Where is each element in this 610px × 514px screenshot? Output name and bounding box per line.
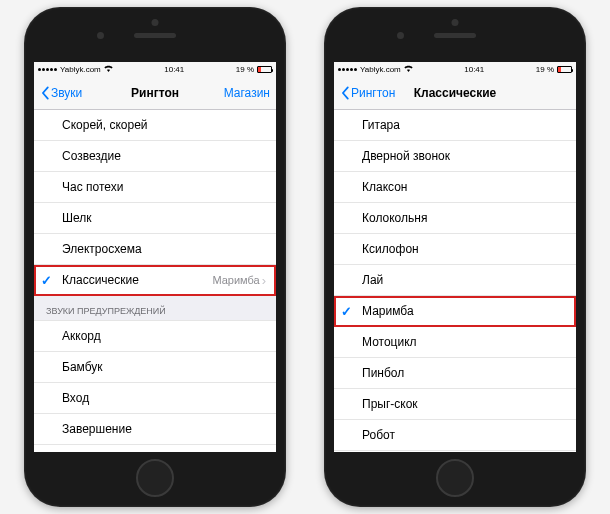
speaker	[134, 33, 176, 38]
list-item[interactable]: Дверной звонок	[334, 141, 576, 172]
item-label: Шелк	[62, 211, 92, 225]
list-item[interactable]: Час потехи	[34, 172, 276, 203]
list-item[interactable]: Ксилофон	[334, 234, 576, 265]
screen-left: Yablyk.com 10:41 19 % Звуки Рингтон Мага…	[34, 62, 276, 452]
item-label: Дверной звонок	[362, 149, 450, 163]
battery-pct: 19 %	[236, 65, 254, 74]
nav-bar: Рингтон Классические	[334, 77, 576, 110]
list-item[interactable]: Вход	[34, 383, 276, 414]
list-item[interactable]: Лай	[334, 265, 576, 296]
list-item[interactable]: Завершение	[34, 414, 276, 445]
time-label: 10:41	[164, 65, 184, 74]
nav-bar: Звуки Рингтон Магазин	[34, 77, 276, 110]
list-item[interactable]: ✓Маримба	[334, 296, 576, 327]
carrier-label: Yablyk.com	[60, 65, 101, 74]
item-label: Колокольня	[362, 211, 427, 225]
list-item[interactable]: Созвездие	[34, 141, 276, 172]
status-bar: Yablyk.com 10:41 19 %	[334, 62, 576, 77]
list-item[interactable]: Пинбол	[334, 358, 576, 389]
list-item[interactable]: Аккорд	[34, 321, 276, 352]
section-header: ЗВУКИ ПРЕДУПРЕЖДЕНИЙ	[34, 296, 276, 321]
item-label: Аккорд	[62, 329, 101, 343]
back-button[interactable]: Рингтон	[340, 86, 395, 100]
back-label: Звуки	[51, 86, 82, 100]
list-item[interactable]: Шелк	[34, 203, 276, 234]
chevron-left-icon	[340, 86, 350, 100]
list-item[interactable]: Клаксон	[334, 172, 576, 203]
item-label: Ксилофон	[362, 242, 419, 256]
phone-left: Yablyk.com 10:41 19 % Звуки Рингтон Мага…	[24, 7, 286, 507]
item-label: Мотоцикл	[362, 335, 417, 349]
sensor	[152, 19, 159, 26]
item-label: Час потехи	[62, 180, 123, 194]
item-label: Лай	[362, 273, 383, 287]
list-item[interactable]: Гитара	[334, 110, 576, 141]
list-item[interactable]: Скорей, скорей	[34, 110, 276, 141]
alert-sound-list: АккордБамбукВходЗавершение	[34, 321, 276, 445]
battery-icon	[557, 66, 572, 73]
battery-icon	[257, 66, 272, 73]
chevron-left-icon	[40, 86, 50, 100]
item-label: Гитара	[362, 118, 400, 132]
phone-right: Yablyk.com 10:41 19 % Рингтон Классическ…	[324, 7, 586, 507]
item-label: Бамбук	[62, 360, 103, 374]
list-item[interactable]: Мотоцикл	[334, 327, 576, 358]
camera	[97, 32, 104, 39]
battery-pct: 19 %	[536, 65, 554, 74]
chevron-right-icon: ›	[262, 273, 266, 288]
signal-dots-icon	[38, 68, 57, 71]
item-label: Робот	[362, 428, 395, 442]
check-icon: ✓	[341, 304, 352, 319]
item-label: Клаксон	[362, 180, 408, 194]
camera	[397, 32, 404, 39]
check-icon: ✓	[41, 273, 52, 288]
item-label: Электросхема	[62, 242, 142, 256]
classic-list: ГитараДверной звонокКлаксонКолокольняКси…	[334, 110, 576, 452]
list-item[interactable]: Сверчок	[334, 451, 576, 452]
item-label: Созвездие	[62, 149, 121, 163]
home-button[interactable]	[436, 459, 474, 497]
list-item[interactable]: Бамбук	[34, 352, 276, 383]
carrier-label: Yablyk.com	[360, 65, 401, 74]
item-label: Пинбол	[362, 366, 404, 380]
item-label: Вход	[62, 391, 89, 405]
status-bar: Yablyk.com 10:41 19 %	[34, 62, 276, 77]
item-label: Скорей, скорей	[62, 118, 148, 132]
ringtone-list: Скорей, скорейСозвездиеЧас потехиШелкЭле…	[34, 110, 276, 296]
item-label: Прыг-скок	[362, 397, 418, 411]
sensor	[452, 19, 459, 26]
wifi-icon	[104, 65, 113, 74]
list-item[interactable]: Колокольня	[334, 203, 576, 234]
home-button[interactable]	[136, 459, 174, 497]
back-button[interactable]: Звуки	[40, 86, 82, 100]
item-label: Маримба	[362, 304, 414, 318]
store-button[interactable]: Магазин	[224, 86, 270, 100]
signal-dots-icon	[338, 68, 357, 71]
list-item[interactable]: ✓КлассическиеМаримба›	[34, 265, 276, 296]
list-item[interactable]: Электросхема	[34, 234, 276, 265]
list-item[interactable]: Прыг-скок	[334, 389, 576, 420]
back-label: Рингтон	[351, 86, 395, 100]
list-item[interactable]: Робот	[334, 420, 576, 451]
screen-right: Yablyk.com 10:41 19 % Рингтон Классическ…	[334, 62, 576, 452]
item-label: Завершение	[62, 422, 132, 436]
item-value: Маримба	[212, 274, 259, 286]
speaker	[434, 33, 476, 38]
wifi-icon	[404, 65, 413, 74]
time-label: 10:41	[464, 65, 484, 74]
item-label: Классические	[62, 273, 139, 287]
